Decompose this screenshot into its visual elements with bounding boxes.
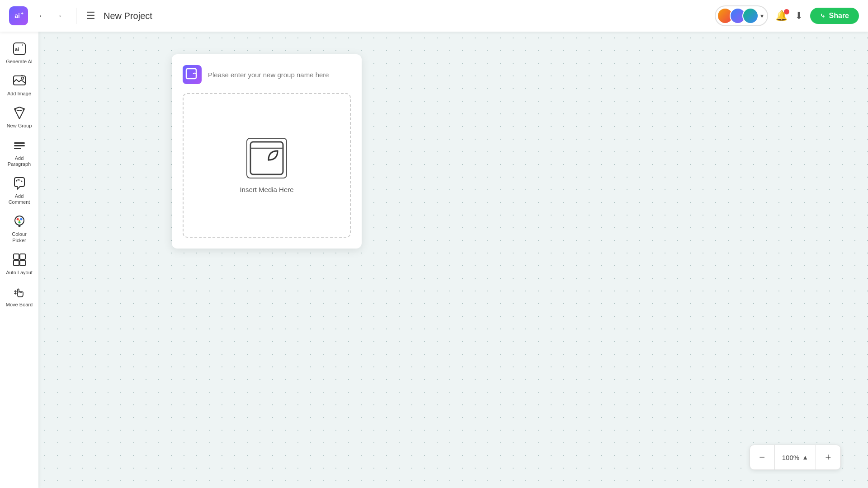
forward-button[interactable]: → (52, 9, 65, 23)
add-comment-icon (11, 175, 28, 192)
media-label: Insert Media Here (240, 186, 293, 193)
zoom-up-button[interactable]: ▲ (802, 454, 808, 461)
auto-layout-icon (11, 252, 28, 268)
share-button[interactable]: ⤷ Share (810, 8, 859, 24)
svg-point-14 (19, 220, 20, 221)
app-logo: ai+ (9, 6, 28, 25)
card-logo (183, 65, 202, 84)
add-paragraph-icon (11, 137, 28, 154)
svg-rect-16 (14, 254, 19, 259)
group-name-input[interactable] (208, 71, 351, 79)
svg-rect-19 (20, 260, 25, 266)
svg-rect-6 (14, 142, 25, 144)
share-label: Share (829, 12, 849, 20)
media-icon (246, 138, 287, 178)
generate-ai-label: Generate AI (6, 59, 33, 65)
nav-arrows: ← → (35, 9, 65, 23)
nav-divider (76, 8, 76, 24)
sidebar-item-add-paragraph[interactable]: Add Paragraph (3, 134, 36, 170)
svg-rect-7 (14, 145, 25, 146)
svg-point-9 (21, 180, 22, 182)
svg-rect-8 (14, 148, 21, 149)
canvas-area[interactable] (38, 32, 868, 488)
colour-picker-label: Colour Picker (5, 231, 34, 243)
colour-picker-icon (11, 213, 28, 230)
svg-point-13 (18, 221, 20, 224)
zoom-in-button[interactable]: + (816, 445, 840, 469)
sidebar-item-new-group[interactable]: New Group (3, 101, 36, 131)
svg-rect-22 (250, 142, 283, 174)
nav-right: ▾ 🔔 ⬇ ⤷ Share (715, 5, 859, 26)
svg-point-12 (20, 218, 22, 221)
avatar-3 (742, 8, 759, 24)
move-board-icon (11, 284, 28, 300)
add-paragraph-label: Add Paragraph (5, 155, 34, 167)
zoom-out-button[interactable]: − (750, 445, 774, 469)
zoom-display: 100% ▲ (774, 445, 816, 469)
svg-point-11 (16, 218, 19, 221)
download-button[interactable]: ⬇ (795, 10, 803, 22)
add-image-label: Add Image (7, 91, 31, 97)
avatar-group: ▾ (715, 5, 768, 26)
card-header (183, 65, 351, 84)
back-button[interactable]: ← (35, 9, 49, 23)
svg-rect-18 (14, 260, 19, 266)
move-board-label: Move Board (6, 302, 33, 308)
new-group-label: New Group (7, 123, 32, 129)
zoom-controls: − 100% ▲ + (750, 445, 841, 470)
sidebar: ai + Generate AI + Add Image New Group (0, 32, 38, 488)
avatar-chevron-button[interactable]: ▾ (760, 12, 764, 19)
navbar: ai+ ← → ☰ New Project ▾ 🔔 ⬇ ⤷ Share (0, 0, 868, 32)
svg-text:ai: ai (15, 47, 19, 52)
new-group-icon (11, 105, 28, 121)
svg-rect-17 (20, 254, 25, 259)
svg-point-15 (18, 225, 20, 227)
svg-text:+: + (21, 43, 24, 47)
zoom-value: 100% (782, 454, 799, 461)
auto-layout-label: Auto Layout (6, 270, 33, 276)
logo-plus: + (21, 11, 24, 16)
generate-ai-icon: ai + (11, 41, 28, 57)
notification-badge (784, 9, 789, 14)
add-comment-label: Add Comment (5, 193, 34, 205)
sidebar-item-auto-layout[interactable]: Auto Layout (3, 248, 36, 278)
share-icon: ⤷ (820, 12, 826, 19)
project-title: New Project (99, 11, 715, 21)
sidebar-item-add-comment[interactable]: Add Comment (3, 172, 36, 208)
sidebar-item-move-board[interactable]: Move Board (3, 280, 36, 310)
svg-text:+: + (21, 74, 23, 78)
sidebar-item-colour-picker[interactable]: Colour Picker (3, 210, 36, 246)
add-image-icon: + (11, 73, 28, 89)
notification-button[interactable]: 🔔 (775, 10, 788, 22)
logo-text: ai (14, 12, 20, 19)
sidebar-item-add-image[interactable]: + Add Image (3, 69, 36, 99)
group-card: Insert Media Here (172, 54, 362, 249)
sidebar-item-generate-ai[interactable]: ai + Generate AI (3, 37, 36, 67)
menu-button[interactable]: ☰ (83, 8, 99, 23)
media-drop-zone[interactable]: Insert Media Here (183, 93, 351, 238)
